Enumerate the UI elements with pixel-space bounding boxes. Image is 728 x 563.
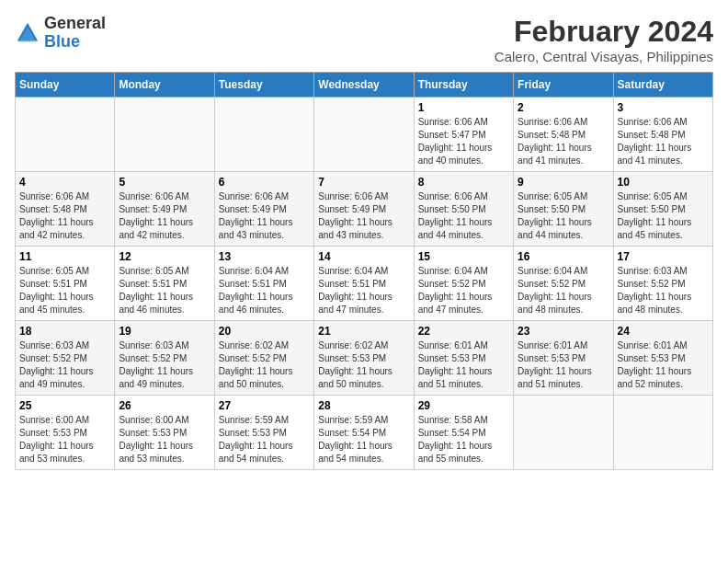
- day-info: Sunrise: 6:01 AM Sunset: 5:53 PM Dayligh…: [518, 339, 609, 391]
- calendar-table: SundayMondayTuesdayWednesdayThursdayFrid…: [15, 72, 713, 470]
- day-number: 18: [19, 325, 110, 338]
- calendar-cell: 27Sunrise: 5:59 AM Sunset: 5:53 PM Dayli…: [214, 396, 313, 470]
- calendar-cell: 26Sunrise: 6:00 AM Sunset: 5:53 PM Dayli…: [115, 396, 214, 470]
- day-number: 5: [119, 176, 210, 189]
- day-number: 9: [518, 176, 609, 189]
- day-number: 26: [119, 399, 210, 412]
- day-number: 17: [618, 250, 709, 263]
- calendar-cell: 4Sunrise: 6:06 AM Sunset: 5:48 PM Daylig…: [16, 172, 115, 247]
- calendar-body: 1Sunrise: 6:06 AM Sunset: 5:47 PM Daylig…: [16, 98, 713, 470]
- calendar-cell: 8Sunrise: 6:06 AM Sunset: 5:50 PM Daylig…: [414, 172, 513, 247]
- day-number: 29: [418, 399, 509, 412]
- day-number: 24: [618, 325, 709, 338]
- calendar-cell: [514, 396, 613, 470]
- logo-icon: [15, 20, 40, 46]
- calendar-cell: 29Sunrise: 5:58 AM Sunset: 5:54 PM Dayli…: [414, 396, 513, 470]
- day-info: Sunrise: 6:03 AM Sunset: 5:52 PM Dayligh…: [19, 339, 110, 391]
- calendar-cell: [16, 98, 115, 172]
- day-info: Sunrise: 5:58 AM Sunset: 5:54 PM Dayligh…: [418, 414, 509, 465]
- column-header-saturday: Saturday: [613, 73, 712, 98]
- calendar-cell: 17Sunrise: 6:03 AM Sunset: 5:52 PM Dayli…: [613, 247, 712, 321]
- day-info: Sunrise: 6:04 AM Sunset: 5:51 PM Dayligh…: [318, 265, 409, 316]
- day-info: Sunrise: 6:04 AM Sunset: 5:52 PM Dayligh…: [418, 265, 509, 316]
- calendar-cell: 11Sunrise: 6:05 AM Sunset: 5:51 PM Dayli…: [16, 247, 115, 321]
- calendar-cell: 16Sunrise: 6:04 AM Sunset: 5:52 PM Dayli…: [514, 247, 613, 321]
- calendar-cell: [115, 98, 214, 172]
- calendar-cell: 2Sunrise: 6:06 AM Sunset: 5:48 PM Daylig…: [514, 98, 613, 172]
- calendar-cell: 1Sunrise: 6:06 AM Sunset: 5:47 PM Daylig…: [414, 98, 513, 172]
- day-info: Sunrise: 6:06 AM Sunset: 5:48 PM Dayligh…: [19, 190, 110, 242]
- logo-blue-text: Blue: [44, 32, 80, 51]
- page-subtitle: Calero, Central Visayas, Philippines: [495, 49, 713, 64]
- day-number: 20: [219, 325, 310, 338]
- calendar-week-row: 25Sunrise: 6:00 AM Sunset: 5:53 PM Dayli…: [16, 396, 713, 470]
- column-header-thursday: Thursday: [414, 73, 513, 98]
- calendar-cell: 15Sunrise: 6:04 AM Sunset: 5:52 PM Dayli…: [414, 247, 513, 321]
- day-number: 10: [618, 176, 709, 189]
- day-number: 7: [318, 176, 409, 189]
- calendar-header: SundayMondayTuesdayWednesdayThursdayFrid…: [16, 73, 713, 98]
- calendar-cell: [613, 396, 712, 470]
- day-number: 27: [219, 399, 310, 412]
- day-number: 14: [318, 250, 409, 263]
- day-number: 2: [518, 101, 609, 114]
- calendar-cell: 14Sunrise: 6:04 AM Sunset: 5:51 PM Dayli…: [314, 247, 414, 321]
- calendar-cell: 18Sunrise: 6:03 AM Sunset: 5:52 PM Dayli…: [16, 321, 115, 396]
- day-number: 11: [19, 250, 110, 263]
- day-number: 15: [418, 250, 509, 263]
- day-number: 22: [418, 325, 509, 338]
- calendar-cell: 24Sunrise: 6:01 AM Sunset: 5:53 PM Dayli…: [613, 321, 712, 396]
- day-info: Sunrise: 5:59 AM Sunset: 5:54 PM Dayligh…: [318, 414, 409, 465]
- day-info: Sunrise: 6:06 AM Sunset: 5:50 PM Dayligh…: [418, 190, 509, 242]
- column-header-tuesday: Tuesday: [214, 73, 313, 98]
- day-number: 4: [19, 176, 110, 189]
- day-info: Sunrise: 6:06 AM Sunset: 5:49 PM Dayligh…: [119, 190, 210, 242]
- day-info: Sunrise: 6:04 AM Sunset: 5:51 PM Dayligh…: [219, 265, 310, 316]
- calendar-cell: [214, 98, 313, 172]
- day-info: Sunrise: 6:06 AM Sunset: 5:49 PM Dayligh…: [318, 190, 409, 242]
- calendar-cell: 10Sunrise: 6:05 AM Sunset: 5:50 PM Dayli…: [613, 172, 712, 247]
- page-title: February 2024: [495, 15, 713, 49]
- day-info: Sunrise: 6:05 AM Sunset: 5:50 PM Dayligh…: [518, 190, 609, 242]
- day-number: 13: [219, 250, 310, 263]
- calendar-cell: 3Sunrise: 6:06 AM Sunset: 5:48 PM Daylig…: [613, 98, 712, 172]
- day-info: Sunrise: 6:01 AM Sunset: 5:53 PM Dayligh…: [618, 339, 709, 391]
- logo-general-text: General: [44, 14, 106, 32]
- day-number: 21: [318, 325, 409, 338]
- column-header-friday: Friday: [514, 73, 613, 98]
- calendar-cell: 5Sunrise: 6:06 AM Sunset: 5:49 PM Daylig…: [115, 172, 214, 247]
- day-number: 1: [418, 101, 509, 114]
- calendar-cell: 22Sunrise: 6:01 AM Sunset: 5:53 PM Dayli…: [414, 321, 513, 396]
- page-header: General Blue February 2024 Calero, Centr…: [15, 15, 713, 64]
- day-info: Sunrise: 6:00 AM Sunset: 5:53 PM Dayligh…: [19, 414, 110, 465]
- day-number: 23: [518, 325, 609, 338]
- day-info: Sunrise: 6:02 AM Sunset: 5:53 PM Dayligh…: [318, 339, 409, 391]
- day-number: 8: [418, 176, 509, 189]
- calendar-cell: 23Sunrise: 6:01 AM Sunset: 5:53 PM Dayli…: [514, 321, 613, 396]
- calendar-week-row: 18Sunrise: 6:03 AM Sunset: 5:52 PM Dayli…: [16, 321, 713, 396]
- day-info: Sunrise: 5:59 AM Sunset: 5:53 PM Dayligh…: [219, 414, 310, 465]
- calendar-week-row: 1Sunrise: 6:06 AM Sunset: 5:47 PM Daylig…: [16, 98, 713, 172]
- column-header-wednesday: Wednesday: [314, 73, 414, 98]
- day-number: 28: [318, 399, 409, 412]
- day-info: Sunrise: 6:06 AM Sunset: 5:48 PM Dayligh…: [618, 116, 709, 167]
- calendar-cell: 20Sunrise: 6:02 AM Sunset: 5:52 PM Dayli…: [214, 321, 313, 396]
- calendar-week-row: 11Sunrise: 6:05 AM Sunset: 5:51 PM Dayli…: [16, 247, 713, 321]
- day-info: Sunrise: 6:06 AM Sunset: 5:49 PM Dayligh…: [219, 190, 310, 242]
- day-info: Sunrise: 6:03 AM Sunset: 5:52 PM Dayligh…: [119, 339, 210, 391]
- day-info: Sunrise: 6:06 AM Sunset: 5:47 PM Dayligh…: [418, 116, 509, 167]
- day-info: Sunrise: 6:02 AM Sunset: 5:52 PM Dayligh…: [219, 339, 310, 391]
- day-number: 3: [618, 101, 709, 114]
- day-info: Sunrise: 6:01 AM Sunset: 5:53 PM Dayligh…: [418, 339, 509, 391]
- day-info: Sunrise: 6:06 AM Sunset: 5:48 PM Dayligh…: [518, 116, 609, 167]
- day-info: Sunrise: 6:03 AM Sunset: 5:52 PM Dayligh…: [618, 265, 709, 316]
- day-number: 19: [119, 325, 210, 338]
- day-number: 25: [19, 399, 110, 412]
- logo: General Blue: [15, 15, 106, 52]
- calendar-cell: 12Sunrise: 6:05 AM Sunset: 5:51 PM Dayli…: [115, 247, 214, 321]
- day-number: 16: [518, 250, 609, 263]
- column-header-monday: Monday: [115, 73, 214, 98]
- calendar-cell: 25Sunrise: 6:00 AM Sunset: 5:53 PM Dayli…: [16, 396, 115, 470]
- column-header-sunday: Sunday: [16, 73, 115, 98]
- calendar-cell: 7Sunrise: 6:06 AM Sunset: 5:49 PM Daylig…: [314, 172, 414, 247]
